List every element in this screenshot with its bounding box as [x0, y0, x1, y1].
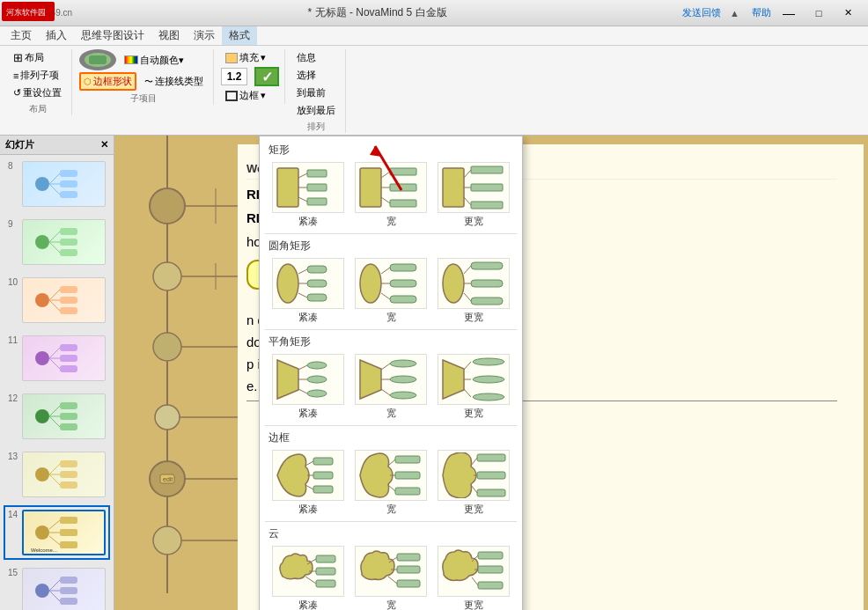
- signal-btn[interactable]: 信息: [292, 49, 340, 66]
- svg-rect-168: [397, 554, 420, 561]
- select-btn[interactable]: 选择: [292, 67, 340, 84]
- shape-label-cloud-wide: 宽: [386, 599, 396, 610]
- svg-rect-8: [60, 191, 77, 198]
- shape-row-round: 紧凑 宽 更宽: [260, 256, 522, 327]
- shape-row-flat: 紧凑 宽 更宽: [260, 352, 522, 423]
- shape-label-round-compact: 紧凑: [298, 311, 318, 324]
- reset-position-btn[interactable]: ↺ 重设位置: [9, 85, 66, 101]
- menu-view[interactable]: 视图: [151, 26, 187, 45]
- menu-format[interactable]: 格式: [222, 26, 257, 45]
- shape-img-border-wider: [438, 450, 510, 501]
- send-back-btn[interactable]: 放到最后: [292, 102, 340, 119]
- svg-point-126: [307, 390, 327, 397]
- slide-item-11[interactable]: 11: [4, 331, 110, 386]
- svg-line-55: [49, 591, 60, 601]
- auto-color-btn[interactable]: 自动颜色▾: [120, 52, 188, 69]
- svg-rect-118: [471, 280, 503, 287]
- shape-cell-rect-wide[interactable]: 宽: [351, 162, 430, 228]
- shape-cell-border-wider[interactable]: 更宽: [434, 450, 513, 516]
- shape-cell-round-compact[interactable]: 紧凑: [268, 258, 348, 324]
- border-shape-btn[interactable]: ⬡ 边框形状: [79, 72, 136, 91]
- fill-btn[interactable]: 填充▾: [221, 49, 279, 66]
- slide-thumb-14: Welcome...: [22, 510, 106, 555]
- slide-item-10[interactable]: 10: [4, 273, 110, 327]
- minimize-button[interactable]: —: [776, 5, 801, 21]
- sort-children-btn[interactable]: ≡ 排列子项: [9, 67, 66, 84]
- slide-item-9[interactable]: 9: [4, 215, 110, 269]
- shape-cell-cloud-compact[interactable]: 紧凑: [268, 546, 348, 610]
- svg-rect-57: [60, 587, 77, 594]
- slide-item-13[interactable]: 13: [4, 447, 110, 502]
- svg-rect-158: [477, 489, 505, 496]
- shape-cell-border-compact[interactable]: 紧凑: [268, 450, 348, 516]
- svg-rect-151: [395, 472, 420, 479]
- close-panel-btn[interactable]: ✕: [100, 139, 108, 151]
- slide-panel: 幻灯片 ✕ 8 9 10: [0, 136, 114, 610]
- bring-front-btn[interactable]: 到最前: [292, 85, 340, 101]
- connection-type-btn[interactable]: 〜 连接线类型: [140, 73, 208, 90]
- svg-line-33: [49, 416, 60, 427]
- svg-line-107: [381, 268, 390, 274]
- shape-label-flat-wider: 更宽: [464, 407, 483, 420]
- feedback-link[interactable]: 发送回馈: [682, 6, 721, 19]
- shape-cell-cloud-wide[interactable]: 宽: [351, 546, 430, 610]
- shape-cell-round-wide[interactable]: 宽: [351, 258, 430, 324]
- svg-rect-97: [471, 184, 503, 191]
- shape-img-border-compact: [272, 450, 344, 501]
- shape-cell-round-wider[interactable]: 更宽: [434, 258, 513, 324]
- layout-btn[interactable]: ⊞ 布局: [9, 49, 66, 66]
- svg-rect-27: [60, 344, 77, 351]
- shape-cell-flat-wide[interactable]: 宽: [351, 354, 430, 420]
- svg-rect-146: [313, 486, 333, 493]
- ribbon-group-fill: 填充▾ 1.2 ✓ 边框▾: [216, 49, 285, 104]
- svg-line-130: [381, 389, 390, 395]
- shape-cell-rect-wider[interactable]: 更宽: [434, 162, 513, 228]
- svg-rect-89: [390, 168, 416, 175]
- svg-rect-41: [60, 460, 77, 467]
- menu-insert[interactable]: 插入: [39, 26, 74, 45]
- svg-line-86: [381, 172, 390, 178]
- shape-cell-flat-compact[interactable]: 紧凑: [268, 354, 348, 420]
- ribbon-group-layout: ⊞ 布局 ≡ 排列子项 ↺ 重设位置 布局: [4, 49, 72, 115]
- shape-label-cloud-wider: 更宽: [464, 599, 483, 610]
- shape-cell-border-wide[interactable]: 宽: [351, 450, 430, 516]
- border-btn[interactable]: 边框▾: [221, 87, 279, 104]
- slide-item-15[interactable]: 15: [4, 563, 110, 610]
- slide-item-14[interactable]: 14 Welcome...: [4, 505, 110, 560]
- svg-marker-134: [443, 360, 464, 399]
- svg-point-125: [307, 376, 327, 383]
- maximize-button[interactable]: □: [806, 5, 831, 21]
- close-button[interactable]: ✕: [836, 5, 861, 21]
- svg-rect-29: [60, 365, 77, 372]
- shape-dropdown: 矩形 紧凑 宽: [259, 136, 523, 610]
- svg-rect-28: [60, 355, 77, 362]
- ribbon: ⊞ 布局 ≡ 排列子项 ↺ 重设位置 布局: [0, 46, 868, 136]
- svg-rect-152: [395, 488, 420, 495]
- svg-line-137: [464, 389, 471, 397]
- svg-rect-43: [60, 481, 77, 489]
- svg-rect-56: [60, 577, 77, 584]
- svg-line-19: [49, 300, 60, 311]
- ribbon-group-child: 自动颜色▾ ⬡ 边框形状 〜 连接线类型: [74, 49, 214, 105]
- menu-home[interactable]: 主页: [4, 26, 39, 45]
- svg-point-62: [153, 333, 181, 361]
- slide-item-8[interactable]: 8: [4, 157, 110, 211]
- svg-rect-20: [60, 286, 77, 293]
- section-label-rect: 矩形: [260, 140, 522, 160]
- svg-line-79: [298, 173, 307, 178]
- shape-img-flat-wide: [355, 354, 427, 405]
- slide-item-12[interactable]: 12: [4, 389, 110, 444]
- child-buttons: 自动颜色▾ ⬡ 边框形状 〜 连接线类型: [79, 49, 208, 91]
- shape-cell-cloud-wider[interactable]: 更宽: [434, 546, 513, 610]
- slide-num-8: 8: [8, 161, 22, 207]
- help-link[interactable]: 帮助: [752, 6, 771, 19]
- svg-point-99: [277, 264, 298, 303]
- svg-line-114: [464, 266, 471, 274]
- shape-dropdown-overlay: 矩形 紧凑 宽: [259, 136, 523, 610]
- menu-mindmap-design[interactable]: 思维导图设计: [74, 26, 151, 45]
- menu-present[interactable]: 演示: [187, 26, 222, 45]
- shape-cell-rect-compact[interactable]: 紧凑: [268, 162, 348, 228]
- divider-3: [265, 425, 517, 426]
- checkmark-btn[interactable]: ✓: [254, 67, 279, 86]
- shape-cell-flat-wider[interactable]: 更宽: [434, 354, 513, 420]
